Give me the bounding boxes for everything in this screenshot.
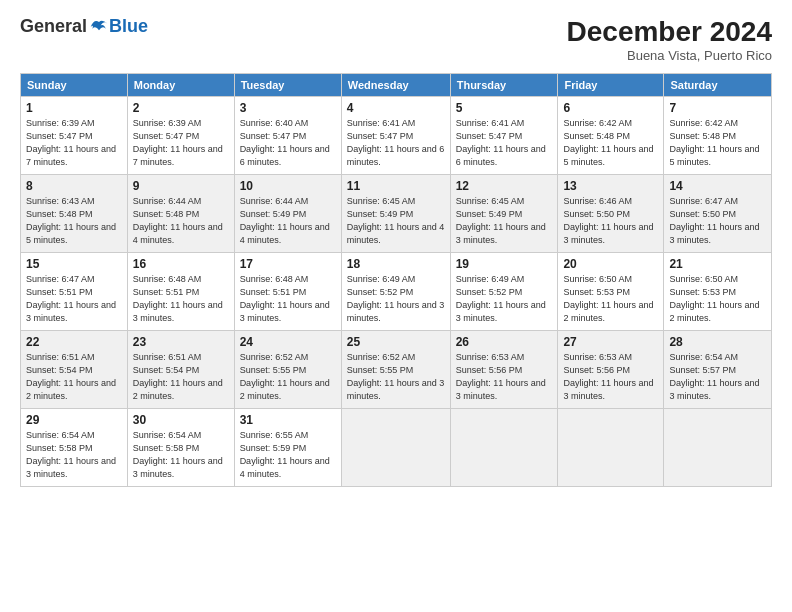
table-cell: 9 Sunrise: 6:44 AMSunset: 5:48 PMDayligh…: [127, 175, 234, 253]
day-info: Sunrise: 6:45 AMSunset: 5:49 PMDaylight:…: [456, 196, 546, 245]
day-number: 8: [26, 179, 122, 193]
col-sunday: Sunday: [21, 74, 128, 97]
table-cell: [664, 409, 772, 487]
page: General Blue December 2024 Buena Vista, …: [0, 0, 792, 612]
day-number: 14: [669, 179, 766, 193]
day-info: Sunrise: 6:54 AMSunset: 5:58 PMDaylight:…: [26, 430, 116, 479]
month-title: December 2024: [567, 16, 772, 48]
table-cell: 13 Sunrise: 6:46 AMSunset: 5:50 PMDaylig…: [558, 175, 664, 253]
day-number: 22: [26, 335, 122, 349]
table-cell: 17 Sunrise: 6:48 AMSunset: 5:51 PMDaylig…: [234, 253, 341, 331]
day-number: 4: [347, 101, 445, 115]
day-number: 31: [240, 413, 336, 427]
table-cell: 19 Sunrise: 6:49 AMSunset: 5:52 PMDaylig…: [450, 253, 558, 331]
table-cell: 20 Sunrise: 6:50 AMSunset: 5:53 PMDaylig…: [558, 253, 664, 331]
table-row: 15 Sunrise: 6:47 AMSunset: 5:51 PMDaylig…: [21, 253, 772, 331]
day-number: 1: [26, 101, 122, 115]
table-cell: [558, 409, 664, 487]
day-info: Sunrise: 6:46 AMSunset: 5:50 PMDaylight:…: [563, 196, 653, 245]
day-info: Sunrise: 6:50 AMSunset: 5:53 PMDaylight:…: [563, 274, 653, 323]
table-cell: 29 Sunrise: 6:54 AMSunset: 5:58 PMDaylig…: [21, 409, 128, 487]
logo: General Blue: [20, 16, 148, 37]
logo-general: General: [20, 16, 87, 37]
day-info: Sunrise: 6:45 AMSunset: 5:49 PMDaylight:…: [347, 196, 445, 245]
day-info: Sunrise: 6:47 AMSunset: 5:51 PMDaylight:…: [26, 274, 116, 323]
day-number: 19: [456, 257, 553, 271]
table-cell: 15 Sunrise: 6:47 AMSunset: 5:51 PMDaylig…: [21, 253, 128, 331]
day-info: Sunrise: 6:42 AMSunset: 5:48 PMDaylight:…: [563, 118, 653, 167]
table-cell: 12 Sunrise: 6:45 AMSunset: 5:49 PMDaylig…: [450, 175, 558, 253]
table-cell: 26 Sunrise: 6:53 AMSunset: 5:56 PMDaylig…: [450, 331, 558, 409]
day-number: 15: [26, 257, 122, 271]
day-number: 17: [240, 257, 336, 271]
day-info: Sunrise: 6:40 AMSunset: 5:47 PMDaylight:…: [240, 118, 330, 167]
day-number: 30: [133, 413, 229, 427]
day-info: Sunrise: 6:47 AMSunset: 5:50 PMDaylight:…: [669, 196, 759, 245]
day-number: 2: [133, 101, 229, 115]
logo-icon: [89, 17, 109, 37]
location: Buena Vista, Puerto Rico: [567, 48, 772, 63]
table-cell: 18 Sunrise: 6:49 AMSunset: 5:52 PMDaylig…: [341, 253, 450, 331]
day-info: Sunrise: 6:44 AMSunset: 5:48 PMDaylight:…: [133, 196, 223, 245]
table-cell: 31 Sunrise: 6:55 AMSunset: 5:59 PMDaylig…: [234, 409, 341, 487]
day-info: Sunrise: 6:49 AMSunset: 5:52 PMDaylight:…: [456, 274, 546, 323]
day-number: 12: [456, 179, 553, 193]
col-wednesday: Wednesday: [341, 74, 450, 97]
day-number: 26: [456, 335, 553, 349]
day-number: 28: [669, 335, 766, 349]
day-info: Sunrise: 6:43 AMSunset: 5:48 PMDaylight:…: [26, 196, 116, 245]
day-number: 7: [669, 101, 766, 115]
table-cell: [450, 409, 558, 487]
table-cell: 14 Sunrise: 6:47 AMSunset: 5:50 PMDaylig…: [664, 175, 772, 253]
table-row: 29 Sunrise: 6:54 AMSunset: 5:58 PMDaylig…: [21, 409, 772, 487]
col-monday: Monday: [127, 74, 234, 97]
table-cell: 5 Sunrise: 6:41 AMSunset: 5:47 PMDayligh…: [450, 97, 558, 175]
day-number: 16: [133, 257, 229, 271]
table-cell: 27 Sunrise: 6:53 AMSunset: 5:56 PMDaylig…: [558, 331, 664, 409]
day-info: Sunrise: 6:51 AMSunset: 5:54 PMDaylight:…: [26, 352, 116, 401]
logo-text: General Blue: [20, 16, 148, 37]
calendar-header-row: Sunday Monday Tuesday Wednesday Thursday…: [21, 74, 772, 97]
day-number: 20: [563, 257, 658, 271]
day-number: 27: [563, 335, 658, 349]
day-info: Sunrise: 6:55 AMSunset: 5:59 PMDaylight:…: [240, 430, 330, 479]
day-info: Sunrise: 6:51 AMSunset: 5:54 PMDaylight:…: [133, 352, 223, 401]
day-number: 10: [240, 179, 336, 193]
day-info: Sunrise: 6:54 AMSunset: 5:58 PMDaylight:…: [133, 430, 223, 479]
table-cell: 16 Sunrise: 6:48 AMSunset: 5:51 PMDaylig…: [127, 253, 234, 331]
table-cell: 4 Sunrise: 6:41 AMSunset: 5:47 PMDayligh…: [341, 97, 450, 175]
table-cell: 7 Sunrise: 6:42 AMSunset: 5:48 PMDayligh…: [664, 97, 772, 175]
table-cell: 28 Sunrise: 6:54 AMSunset: 5:57 PMDaylig…: [664, 331, 772, 409]
day-number: 3: [240, 101, 336, 115]
day-number: 6: [563, 101, 658, 115]
table-cell: 22 Sunrise: 6:51 AMSunset: 5:54 PMDaylig…: [21, 331, 128, 409]
table-cell: 1 Sunrise: 6:39 AMSunset: 5:47 PMDayligh…: [21, 97, 128, 175]
table-cell: 24 Sunrise: 6:52 AMSunset: 5:55 PMDaylig…: [234, 331, 341, 409]
day-number: 23: [133, 335, 229, 349]
day-info: Sunrise: 6:54 AMSunset: 5:57 PMDaylight:…: [669, 352, 759, 401]
table-cell: 2 Sunrise: 6:39 AMSunset: 5:47 PMDayligh…: [127, 97, 234, 175]
day-info: Sunrise: 6:52 AMSunset: 5:55 PMDaylight:…: [240, 352, 330, 401]
day-info: Sunrise: 6:52 AMSunset: 5:55 PMDaylight:…: [347, 352, 445, 401]
day-info: Sunrise: 6:50 AMSunset: 5:53 PMDaylight:…: [669, 274, 759, 323]
col-tuesday: Tuesday: [234, 74, 341, 97]
table-cell: 30 Sunrise: 6:54 AMSunset: 5:58 PMDaylig…: [127, 409, 234, 487]
day-number: 29: [26, 413, 122, 427]
day-info: Sunrise: 6:48 AMSunset: 5:51 PMDaylight:…: [133, 274, 223, 323]
table-cell: 25 Sunrise: 6:52 AMSunset: 5:55 PMDaylig…: [341, 331, 450, 409]
day-info: Sunrise: 6:53 AMSunset: 5:56 PMDaylight:…: [456, 352, 546, 401]
table-cell: [341, 409, 450, 487]
day-number: 21: [669, 257, 766, 271]
table-row: 22 Sunrise: 6:51 AMSunset: 5:54 PMDaylig…: [21, 331, 772, 409]
day-info: Sunrise: 6:39 AMSunset: 5:47 PMDaylight:…: [26, 118, 116, 167]
day-info: Sunrise: 6:49 AMSunset: 5:52 PMDaylight:…: [347, 274, 445, 323]
table-cell: 23 Sunrise: 6:51 AMSunset: 5:54 PMDaylig…: [127, 331, 234, 409]
table-cell: 3 Sunrise: 6:40 AMSunset: 5:47 PMDayligh…: [234, 97, 341, 175]
day-info: Sunrise: 6:41 AMSunset: 5:47 PMDaylight:…: [456, 118, 546, 167]
day-info: Sunrise: 6:44 AMSunset: 5:49 PMDaylight:…: [240, 196, 330, 245]
day-info: Sunrise: 6:53 AMSunset: 5:56 PMDaylight:…: [563, 352, 653, 401]
day-number: 25: [347, 335, 445, 349]
title-block: December 2024 Buena Vista, Puerto Rico: [567, 16, 772, 63]
day-info: Sunrise: 6:39 AMSunset: 5:47 PMDaylight:…: [133, 118, 223, 167]
day-info: Sunrise: 6:48 AMSunset: 5:51 PMDaylight:…: [240, 274, 330, 323]
